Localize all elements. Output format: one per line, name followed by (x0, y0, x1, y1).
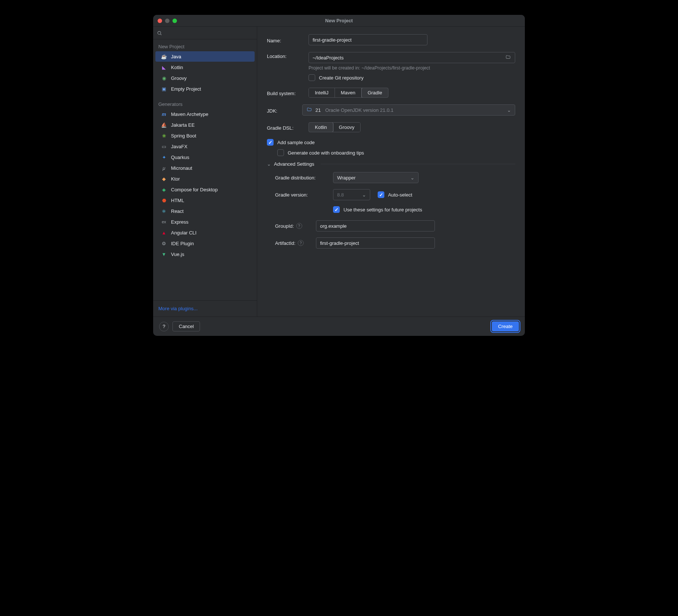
dialog-footer: ? Cancel Create (153, 317, 525, 336)
sidebar-item-ide-plugin[interactable]: ⚙ IDE Plugin (155, 238, 255, 249)
sidebar-item-html[interactable]: ⬣ HTML (155, 195, 255, 205)
more-via-plugins-link[interactable]: More via plugins... (158, 306, 198, 311)
sidebar-item-label: Micronaut (171, 165, 192, 171)
jdk-value-sub: Oracle OpenJDK version 21.0.1 (325, 107, 394, 113)
sidebar-item-label: HTML (171, 198, 184, 203)
onboarding-tips-label: Generate code with onboarding tips (288, 150, 364, 156)
compose-icon: ◈ (161, 187, 167, 192)
sidebar-item-express[interactable]: ex Express (155, 217, 255, 227)
name-input[interactable] (309, 34, 427, 45)
micronaut-icon: μ (161, 165, 167, 171)
spring-icon: ❀ (161, 133, 167, 139)
advanced-settings-toggle[interactable]: ⌄ Advanced Settings (267, 161, 515, 167)
angular-icon: ▲ (161, 230, 167, 236)
location-value: ~/IdeaProjects (313, 55, 343, 61)
sidebar-item-kotlin[interactable]: ◣ Kotlin (155, 62, 255, 72)
sidebar-item-label: Spring Boot (171, 133, 196, 139)
sidebar-item-java[interactable]: ☕ Java (155, 51, 255, 62)
help-icon[interactable]: ? (298, 240, 304, 246)
sidebar-item-maven-archetype[interactable]: m Maven Archetype (155, 109, 255, 119)
name-label: Name: (267, 36, 309, 43)
sidebar-item-react[interactable]: ⚛ React (155, 206, 255, 216)
jdk-value-main: 21 (315, 107, 320, 113)
add-sample-code-checkbox[interactable] (267, 139, 274, 146)
window-title: New Project (153, 18, 525, 23)
sidebar-item-label: IDE Plugin (171, 241, 194, 246)
sidebar-item-micronaut[interactable]: μ Micronaut (155, 163, 255, 173)
sidebar-item-label: Quarkus (171, 155, 189, 160)
jdk-label: JDK: (267, 107, 302, 114)
maven-icon: m (161, 111, 167, 117)
sidebar-item-spring-boot[interactable]: ❀ Spring Boot (155, 130, 255, 141)
express-icon: ex (161, 220, 167, 224)
sidebar-item-angular-cli[interactable]: ▲ Angular CLI (155, 227, 255, 238)
sidebar-item-label: Groovy (171, 75, 187, 81)
sidebar-item-label: JavaFX (171, 144, 187, 149)
help-button[interactable]: ? (159, 322, 169, 331)
create-button[interactable]: Create (492, 321, 519, 331)
artifactid-input[interactable] (316, 237, 435, 249)
sidebar-item-label: Java (171, 54, 181, 59)
sidebar-item-label: Angular CLI (171, 230, 197, 236)
close-window-button[interactable] (158, 19, 162, 23)
help-icon[interactable]: ? (296, 223, 302, 229)
location-input[interactable]: ~/IdeaProjects (309, 52, 515, 63)
gradle-distribution-dropdown[interactable]: Wrapper ⌄ (333, 172, 419, 183)
sidebar-item-ktor[interactable]: ◆ Ktor (155, 174, 255, 184)
zoom-window-button[interactable] (172, 19, 177, 23)
vue-icon: ▼ (161, 252, 167, 257)
sidebar-item-label: React (171, 208, 184, 214)
form-panel: Name: Location: ~/IdeaProjects Project w… (257, 27, 525, 317)
location-hint: Project will be created in: ~/IdeaProjec… (309, 65, 515, 71)
sidebar-item-jakarta-ee[interactable]: ⛵ Jakarta EE (155, 120, 255, 130)
groovy-icon: ◉ (161, 75, 167, 81)
sidebar-item-vue[interactable]: ▼ Vue.js (155, 249, 255, 259)
add-sample-code-label: Add sample code (277, 140, 314, 145)
cancel-button[interactable]: Cancel (172, 321, 200, 331)
chevron-down-icon: ⌄ (362, 192, 366, 198)
sidebar-item-groovy[interactable]: ◉ Groovy (155, 73, 255, 83)
gradle-dsl-segmented: Kotlin Groovy (309, 122, 361, 132)
gradle-distribution-label: Gradle distribution: (275, 175, 333, 181)
minimize-window-button[interactable] (165, 19, 170, 23)
groupid-input[interactable] (316, 220, 435, 231)
gradle-dsl-kotlin[interactable]: Kotlin (309, 122, 333, 132)
new-project-dialog: New Project New Project ☕ Java ◣ Kotlin … (153, 15, 525, 336)
sidebar-item-compose-desktop[interactable]: ◈ Compose for Desktop (155, 184, 255, 195)
advanced-settings-label: Advanced Settings (274, 161, 314, 167)
search-input[interactable] (164, 30, 253, 36)
create-git-checkbox[interactable] (309, 74, 315, 81)
build-system-intellij[interactable]: IntelliJ (309, 88, 335, 97)
build-system-segmented: IntelliJ Maven Gradle (309, 88, 388, 98)
gradle-dsl-groovy[interactable]: Groovy (333, 123, 361, 132)
chevron-down-icon: ⌄ (410, 175, 414, 181)
sidebar-section-generators: Generators (153, 98, 257, 108)
kotlin-icon: ◣ (161, 65, 167, 70)
folder-icon[interactable] (505, 55, 511, 61)
onboarding-tips-checkbox[interactable] (277, 149, 284, 156)
build-system-maven[interactable]: Maven (335, 88, 362, 97)
sidebar-item-label: Empty Project (171, 86, 201, 92)
use-future-settings-checkbox[interactable] (333, 206, 340, 213)
java-icon: ☕ (161, 54, 167, 59)
svg-point-0 (158, 31, 161, 34)
build-system-gradle[interactable]: Gradle (361, 88, 388, 98)
jakarta-icon: ⛵ (161, 122, 167, 128)
sidebar-item-quarkus[interactable]: ✦ Quarkus (155, 152, 255, 162)
use-future-settings-label: Use these settings for future projects (343, 207, 422, 213)
gradle-distribution-value: Wrapper (337, 175, 356, 181)
sidebar-item-javafx[interactable]: ▭ JavaFX (155, 141, 255, 152)
sidebar-item-label: Ktor (171, 176, 180, 182)
sidebar-search[interactable] (153, 27, 257, 39)
search-icon (157, 30, 162, 36)
jdk-dropdown[interactable]: 21 Oracle OpenJDK version 21.0.1 ⌄ (302, 104, 515, 116)
auto-select-checkbox[interactable] (378, 191, 384, 198)
sidebar-item-empty-project[interactable]: ▣ Empty Project (155, 84, 255, 94)
sidebar-item-label: Express (171, 219, 188, 225)
chevron-down-icon: ⌄ (507, 107, 511, 113)
javafx-icon: ▭ (161, 144, 167, 149)
auto-select-label: Auto-select (388, 192, 412, 198)
gradle-version-dropdown: 8.8 ⌄ (333, 189, 370, 200)
sidebar-item-label: Jakarta EE (171, 122, 195, 128)
ide-plugin-icon: ⚙ (161, 241, 167, 246)
